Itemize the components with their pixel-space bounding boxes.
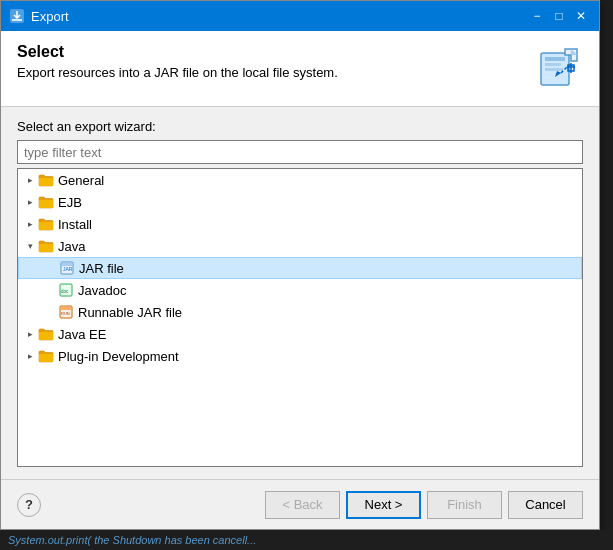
expand-arrow-java [22, 238, 38, 254]
runnable-jar-icon: RUN [58, 305, 74, 319]
minimize-button[interactable]: − [527, 6, 547, 26]
item-label-java-ee: Java EE [58, 327, 106, 342]
expand-arrow-plugin-dev [22, 348, 38, 364]
folder-icon [38, 239, 54, 253]
cancel-button[interactable]: Cancel [508, 491, 583, 519]
svg-rect-12 [61, 307, 71, 310]
close-button[interactable]: ✕ [571, 6, 591, 26]
item-label-plugin-dev: Plug-in Development [58, 349, 179, 364]
footer-buttons: < Back Next > Finish Cancel [41, 491, 583, 519]
svg-text:RUN: RUN [61, 311, 70, 316]
folder-icon [38, 195, 54, 209]
tree-item-java[interactable]: Java [18, 235, 582, 257]
expand-arrow-ejb [22, 194, 38, 210]
folder-icon [38, 327, 54, 341]
export-wizard-icon [535, 43, 583, 94]
item-label-general: General [58, 173, 104, 188]
javadoc-icon: doc [58, 283, 74, 297]
item-label-runnable-jar: Runnable JAR file [78, 305, 182, 320]
svg-text:JAR: JAR [63, 266, 73, 272]
dialog-body: Select an export wizard: General EJB Ins… [1, 107, 599, 479]
bottom-strip-text: System.out.print( the Shutdown has been … [8, 534, 256, 546]
tree-item-general[interactable]: General [18, 169, 582, 191]
folder-icon [38, 217, 54, 231]
svg-text:doc: doc [61, 289, 69, 294]
footer-left: ? [17, 493, 41, 517]
expand-arrow-java-ee [22, 326, 38, 342]
item-label-javadoc: Javadoc [78, 283, 126, 298]
dialog-footer: ? < Back Next > Finish Cancel [1, 479, 599, 529]
tree-item-java-ee[interactable]: Java EE [18, 323, 582, 345]
dialog-header: Select Export resources into a JAR file … [1, 31, 599, 107]
filter-label: Select an export wizard: [17, 119, 583, 134]
bottom-strip: System.out.print( the Shutdown has been … [0, 530, 613, 550]
expand-arrow-general [22, 172, 38, 188]
dialog-icon [9, 8, 25, 24]
next-button[interactable]: Next > [346, 491, 421, 519]
tree-container[interactable]: General EJB Install Java JAR JAR file do… [17, 168, 583, 467]
window-controls: − □ ✕ [527, 6, 591, 26]
svg-rect-1 [12, 19, 22, 21]
svg-rect-5 [545, 68, 563, 71]
maximize-button[interactable]: □ [549, 6, 569, 26]
export-dialog: Export − □ ✕ Select Export resources int… [0, 0, 600, 530]
tree-item-plugin-dev[interactable]: Plug-in Development [18, 345, 582, 367]
dialog-title: Export [31, 9, 527, 24]
title-bar: Export − □ ✕ [1, 1, 599, 31]
item-label-install: Install [58, 217, 92, 232]
finish-button[interactable]: Finish [427, 491, 502, 519]
back-button[interactable]: < Back [265, 491, 340, 519]
tree-item-ejb[interactable]: EJB [18, 191, 582, 213]
tree-item-install[interactable]: Install [18, 213, 582, 235]
folder-icon [38, 349, 54, 363]
folder-icon [38, 173, 54, 187]
help-button[interactable]: ? [17, 493, 41, 517]
tree-item-jar-file[interactable]: JAR JAR file [18, 257, 582, 279]
item-label-ejb: EJB [58, 195, 82, 210]
jar-icon: JAR [59, 261, 75, 275]
header-description: Export resources into a JAR file on the … [17, 65, 338, 80]
tree-item-javadoc[interactable]: doc Javadoc [18, 279, 582, 301]
header-text: Select Export resources into a JAR file … [17, 43, 338, 80]
expand-arrow-install [22, 216, 38, 232]
item-label-java: Java [58, 239, 85, 254]
header-title: Select [17, 43, 338, 61]
item-label-jar-file: JAR file [79, 261, 124, 276]
svg-rect-4 [545, 63, 561, 66]
svg-rect-3 [545, 57, 565, 61]
filter-input[interactable] [17, 140, 583, 164]
tree-item-runnable-jar[interactable]: RUN Runnable JAR file [18, 301, 582, 323]
